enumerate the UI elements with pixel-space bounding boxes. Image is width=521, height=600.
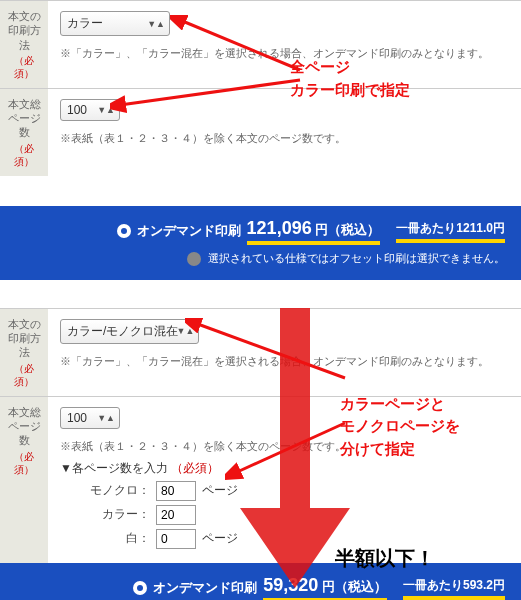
- row-mono: モノクロ： ページ: [60, 481, 509, 501]
- disabled-msg: 選択されている仕様ではオフセット印刷は選択できません。: [208, 252, 505, 264]
- label-text: 本文総 ページ 数: [8, 406, 41, 447]
- sub-form-pages: ▼各ページ数を入力 （必須） モノクロ： ページ カラー： 白： ページ: [60, 460, 509, 549]
- label-text: 本文の 印刷方 法: [8, 318, 41, 359]
- note-color: ※「カラー」、「カラー混在」を選択される場合、オンデマンド印刷のみとなります。: [60, 46, 509, 61]
- row-page-count: 本文総 ページ 数 （必 須） 100 ▼▲ ※表紙（表１・２・３・４）を除く本…: [0, 396, 521, 563]
- price-underline: 59,320 円（税込）: [263, 575, 387, 600]
- chevron-down-icon: ▼▲: [177, 326, 195, 336]
- price-bar-1: オンデマンド印刷 121,096 円（税込） 一冊あたり1211.0円 選択され…: [0, 206, 521, 280]
- select-page-count[interactable]: 100 ▼▲: [60, 99, 120, 121]
- note-color: ※「カラー」、「カラー混在」を選択される場合、オンデマンド印刷のみとなります。: [60, 354, 509, 369]
- label-required: （必 須）: [2, 450, 46, 476]
- price-unit: 円（税込）: [322, 579, 387, 594]
- price-label: オンデマンド印刷: [153, 579, 257, 597]
- color-input[interactable]: [156, 505, 196, 525]
- note-pages: ※表紙（表１・２・３・４）を除く本文のページ数です。: [60, 439, 509, 454]
- per-book-price: 一冊あたり593.2円: [403, 577, 505, 600]
- label-print-method: 本文の 印刷方 法 （必 須）: [0, 309, 48, 396]
- sub-head-text: ▼各ページ数を入力: [60, 461, 168, 475]
- label-required: （必 須）: [2, 362, 46, 388]
- content-print-method: カラー ▼▲ ※「カラー」、「カラー混在」を選択される場合、オンデマンド印刷のみ…: [48, 1, 521, 88]
- select-print-method[interactable]: カラー/モノクロ混在 ▼▲: [60, 319, 199, 344]
- per-book-price: 一冊あたり1211.0円: [396, 220, 505, 243]
- content-page-count: 100 ▼▲ ※表紙（表１・２・３・４）を除く本文のページ数です。 ▼各ページ数…: [48, 397, 521, 563]
- color-label: カラー：: [60, 506, 150, 523]
- select-value: カラー/モノクロ混在: [67, 324, 178, 338]
- label-text: 本文総 ページ 数: [8, 98, 41, 139]
- price-label: オンデマンド印刷: [137, 222, 241, 240]
- radio-offset-disabled: [187, 252, 201, 266]
- note-pages: ※表紙（表１・２・３・４）を除く本文のページ数です。: [60, 131, 509, 146]
- chevron-down-icon: ▼▲: [97, 413, 115, 423]
- row-page-count: 本文総 ページ 数 （必 須） 100 ▼▲ ※表紙（表１・２・３・４）を除く本…: [0, 88, 521, 176]
- page-suffix: ページ: [202, 482, 238, 499]
- price-value: 121,096: [247, 218, 312, 238]
- price-value: 59,320: [263, 575, 318, 595]
- content-page-count: 100 ▼▲ ※表紙（表１・２・３・４）を除く本文のページ数です。: [48, 89, 521, 176]
- sub-head: ▼各ページ数を入力 （必須）: [60, 460, 509, 477]
- label-required: （必 須）: [2, 142, 46, 168]
- mono-input[interactable]: [156, 481, 196, 501]
- select-value: 100: [67, 411, 87, 425]
- content-print-method: カラー/モノクロ混在 ▼▲ ※「カラー」、「カラー混在」を選択される場合、オンデ…: [48, 309, 521, 396]
- radio-ondemand[interactable]: [133, 581, 147, 595]
- label-print-method: 本文の 印刷方 法 （必 須）: [0, 1, 48, 88]
- select-value: 100: [67, 103, 87, 117]
- label-page-count: 本文総 ページ 数 （必 須）: [0, 89, 48, 176]
- label-required: （必 須）: [2, 54, 46, 80]
- row-print-method: 本文の 印刷方 法 （必 須） カラー ▼▲ ※「カラー」、「カラー混在」を選択…: [0, 0, 521, 88]
- block-color-all: 本文の 印刷方 法 （必 須） カラー ▼▲ ※「カラー」、「カラー混在」を選択…: [0, 0, 521, 280]
- block-color-mixed: 本文の 印刷方 法 （必 須） カラー/モノクロ混在 ▼▲ ※「カラー」、「カラ…: [0, 308, 521, 600]
- white-input[interactable]: [156, 529, 196, 549]
- select-print-method[interactable]: カラー ▼▲: [60, 11, 170, 36]
- row-white: 白： ページ: [60, 529, 509, 549]
- label-text: 本文の 印刷方 法: [8, 10, 41, 51]
- chevron-down-icon: ▼▲: [147, 19, 165, 29]
- radio-ondemand[interactable]: [117, 224, 131, 238]
- price-bar-2: オンデマンド印刷 59,320 円（税込） 一冊あたり593.2円: [0, 563, 521, 600]
- select-page-count[interactable]: 100 ▼▲: [60, 407, 120, 429]
- price-unit: 円（税込）: [315, 222, 380, 237]
- row-color: カラー：: [60, 505, 509, 525]
- price-row-offset-disabled: 選択されている仕様ではオフセット印刷は選択できません。: [16, 251, 505, 266]
- label-page-count: 本文総 ページ 数 （必 須）: [0, 397, 48, 563]
- chevron-down-icon: ▼▲: [97, 105, 115, 115]
- page-suffix: ページ: [202, 530, 238, 547]
- white-label: 白：: [60, 530, 150, 547]
- price-underline: 121,096 円（税込）: [247, 218, 381, 245]
- sub-required: （必須）: [171, 461, 219, 475]
- mono-label: モノクロ：: [60, 482, 150, 499]
- select-value: カラー: [67, 16, 103, 30]
- price-row-ondemand: オンデマンド印刷 121,096 円（税込） 一冊あたり1211.0円: [16, 218, 505, 245]
- row-print-method: 本文の 印刷方 法 （必 須） カラー/モノクロ混在 ▼▲ ※「カラー」、「カラ…: [0, 308, 521, 396]
- price-row-ondemand: オンデマンド印刷 59,320 円（税込） 一冊あたり593.2円: [16, 575, 505, 600]
